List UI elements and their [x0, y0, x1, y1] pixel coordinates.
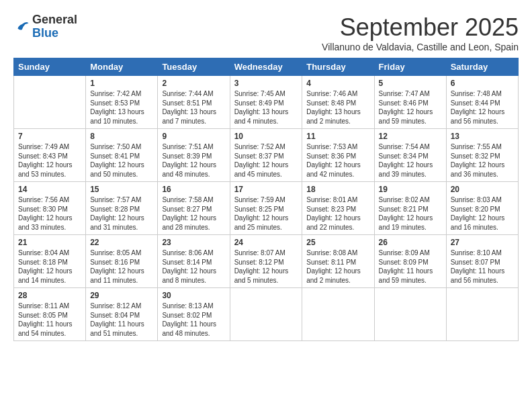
logo-bird-icon	[13, 19, 30, 35]
day-number: 4	[306, 79, 369, 88]
calendar-cell: 29Sunrise: 8:12 AMSunset: 8:04 PMDayligh…	[86, 288, 158, 341]
month-title: September 2025	[322, 13, 519, 42]
day-info: Sunrise: 8:07 AMSunset: 8:12 PMDaylight:…	[234, 248, 298, 285]
day-number: 30	[162, 291, 225, 300]
calendar-cell	[230, 288, 302, 341]
day-number: 26	[379, 238, 442, 247]
calendar-cell: 23Sunrise: 8:06 AMSunset: 8:14 PMDayligh…	[158, 235, 230, 288]
calendar-cell: 8Sunrise: 7:50 AMSunset: 8:41 PMDaylight…	[86, 129, 158, 182]
calendar-cell: 6Sunrise: 7:48 AMSunset: 8:44 PMDaylight…	[446, 76, 518, 129]
calendar-cell: 17Sunrise: 7:59 AMSunset: 8:25 PMDayligh…	[230, 182, 302, 235]
day-info: Sunrise: 7:59 AMSunset: 8:25 PMDaylight:…	[234, 195, 298, 232]
day-info: Sunrise: 8:13 AMSunset: 8:02 PMDaylight:…	[162, 302, 225, 338]
calendar-cell: 25Sunrise: 8:08 AMSunset: 8:11 PMDayligh…	[302, 235, 374, 288]
day-info: Sunrise: 8:10 AMSunset: 8:07 PMDaylight:…	[451, 248, 514, 285]
calendar-cell: 11Sunrise: 7:53 AMSunset: 8:36 PMDayligh…	[302, 129, 374, 182]
calendar-cell: 4Sunrise: 7:46 AMSunset: 8:48 PMDaylight…	[302, 76, 374, 129]
calendar-cell: 10Sunrise: 7:52 AMSunset: 8:37 PMDayligh…	[230, 129, 302, 182]
day-number: 11	[306, 132, 369, 141]
day-info: Sunrise: 7:51 AMSunset: 8:39 PMDaylight:…	[162, 142, 225, 179]
header: General Blue September 2025 Villanuno de…	[13, 13, 519, 52]
day-number: 13	[451, 132, 514, 141]
calendar-cell: 13Sunrise: 7:55 AMSunset: 8:32 PMDayligh…	[446, 129, 518, 182]
day-number: 28	[18, 291, 81, 300]
calendar-cell: 12Sunrise: 7:54 AMSunset: 8:34 PMDayligh…	[374, 129, 446, 182]
day-info: Sunrise: 8:03 AMSunset: 8:20 PMDaylight:…	[451, 195, 514, 232]
weekday-header-saturday: Saturday	[446, 58, 518, 76]
weekday-header-friday: Friday	[374, 58, 446, 76]
calendar-cell	[374, 288, 446, 341]
subtitle: Villanuno de Valdavia, Castille and Leon…	[322, 42, 519, 52]
week-row-5: 28Sunrise: 8:11 AMSunset: 8:05 PMDayligh…	[14, 288, 519, 341]
calendar-cell: 21Sunrise: 8:04 AMSunset: 8:18 PMDayligh…	[14, 235, 86, 288]
calendar-cell: 14Sunrise: 7:56 AMSunset: 8:30 PMDayligh…	[14, 182, 86, 235]
day-info: Sunrise: 7:50 AMSunset: 8:41 PMDaylight:…	[90, 142, 153, 179]
calendar-cell: 24Sunrise: 8:07 AMSunset: 8:12 PMDayligh…	[230, 235, 302, 288]
calendar-cell: 22Sunrise: 8:05 AMSunset: 8:16 PMDayligh…	[86, 235, 158, 288]
week-row-2: 7Sunrise: 7:49 AMSunset: 8:43 PMDaylight…	[14, 129, 519, 182]
calendar-cell: 27Sunrise: 8:10 AMSunset: 8:07 PMDayligh…	[446, 235, 518, 288]
day-number: 21	[18, 238, 81, 247]
day-number: 18	[306, 185, 369, 194]
day-info: Sunrise: 8:02 AMSunset: 8:21 PMDaylight:…	[379, 195, 442, 232]
day-number: 14	[18, 185, 81, 194]
calendar-cell: 28Sunrise: 8:11 AMSunset: 8:05 PMDayligh…	[14, 288, 86, 341]
logo-text: General Blue	[32, 13, 77, 40]
calendar-cell: 15Sunrise: 7:57 AMSunset: 8:28 PMDayligh…	[86, 182, 158, 235]
calendar-cell: 20Sunrise: 8:03 AMSunset: 8:20 PMDayligh…	[446, 182, 518, 235]
day-info: Sunrise: 7:47 AMSunset: 8:46 PMDaylight:…	[379, 89, 442, 126]
day-number: 17	[234, 185, 298, 194]
day-info: Sunrise: 8:04 AMSunset: 8:18 PMDaylight:…	[18, 248, 81, 285]
day-number: 6	[451, 79, 514, 88]
day-number: 29	[90, 291, 153, 300]
day-number: 20	[451, 185, 514, 194]
day-info: Sunrise: 7:53 AMSunset: 8:36 PMDaylight:…	[306, 142, 369, 179]
day-number: 22	[90, 238, 153, 247]
weekday-header-sunday: Sunday	[14, 58, 86, 76]
day-info: Sunrise: 8:01 AMSunset: 8:23 PMDaylight:…	[306, 195, 369, 232]
day-info: Sunrise: 7:55 AMSunset: 8:32 PMDaylight:…	[451, 142, 514, 179]
day-info: Sunrise: 7:44 AMSunset: 8:51 PMDaylight:…	[162, 89, 225, 126]
week-row-4: 21Sunrise: 8:04 AMSunset: 8:18 PMDayligh…	[14, 235, 519, 288]
weekday-header-thursday: Thursday	[302, 58, 374, 76]
day-number: 15	[90, 185, 153, 194]
day-number: 8	[90, 132, 153, 141]
day-info: Sunrise: 7:49 AMSunset: 8:43 PMDaylight:…	[18, 142, 81, 179]
week-row-1: 1Sunrise: 7:42 AMSunset: 8:53 PMDaylight…	[14, 76, 519, 129]
day-info: Sunrise: 8:08 AMSunset: 8:11 PMDaylight:…	[306, 248, 369, 285]
day-info: Sunrise: 8:06 AMSunset: 8:14 PMDaylight:…	[162, 248, 225, 285]
calendar-cell: 3Sunrise: 7:45 AMSunset: 8:49 PMDaylight…	[230, 76, 302, 129]
day-number: 10	[234, 132, 298, 141]
weekday-header-row: SundayMondayTuesdayWednesdayThursdayFrid…	[14, 58, 519, 76]
day-info: Sunrise: 7:45 AMSunset: 8:49 PMDaylight:…	[234, 89, 298, 126]
day-info: Sunrise: 7:54 AMSunset: 8:34 PMDaylight:…	[379, 142, 442, 179]
day-info: Sunrise: 8:12 AMSunset: 8:04 PMDaylight:…	[90, 302, 153, 338]
weekday-header-tuesday: Tuesday	[158, 58, 230, 76]
day-info: Sunrise: 7:52 AMSunset: 8:37 PMDaylight:…	[234, 142, 298, 179]
calendar-cell: 19Sunrise: 8:02 AMSunset: 8:21 PMDayligh…	[374, 182, 446, 235]
calendar-cell: 16Sunrise: 7:58 AMSunset: 8:27 PMDayligh…	[158, 182, 230, 235]
day-number: 27	[451, 238, 514, 247]
calendar-cell: 9Sunrise: 7:51 AMSunset: 8:39 PMDaylight…	[158, 129, 230, 182]
calendar-cell	[446, 288, 518, 341]
day-info: Sunrise: 7:58 AMSunset: 8:27 PMDaylight:…	[162, 195, 225, 232]
week-row-3: 14Sunrise: 7:56 AMSunset: 8:30 PMDayligh…	[14, 182, 519, 235]
calendar-cell: 1Sunrise: 7:42 AMSunset: 8:53 PMDaylight…	[86, 76, 158, 129]
day-info: Sunrise: 7:42 AMSunset: 8:53 PMDaylight:…	[90, 89, 153, 126]
calendar-cell: 30Sunrise: 8:13 AMSunset: 8:02 PMDayligh…	[158, 288, 230, 341]
calendar-cell	[302, 288, 374, 341]
day-info: Sunrise: 7:48 AMSunset: 8:44 PMDaylight:…	[451, 89, 514, 126]
day-number: 5	[379, 79, 442, 88]
day-number: 1	[90, 79, 153, 88]
calendar-cell: 18Sunrise: 8:01 AMSunset: 8:23 PMDayligh…	[302, 182, 374, 235]
weekday-header-monday: Monday	[86, 58, 158, 76]
day-info: Sunrise: 7:57 AMSunset: 8:28 PMDaylight:…	[90, 195, 153, 232]
day-info: Sunrise: 7:46 AMSunset: 8:48 PMDaylight:…	[306, 89, 369, 126]
day-number: 9	[162, 132, 225, 141]
day-number: 3	[234, 79, 298, 88]
day-number: 7	[18, 132, 81, 141]
calendar-cell: 7Sunrise: 7:49 AMSunset: 8:43 PMDaylight…	[14, 129, 86, 182]
logo: General Blue	[13, 13, 77, 40]
day-number: 2	[162, 79, 225, 88]
calendar-cell: 26Sunrise: 8:09 AMSunset: 8:09 PMDayligh…	[374, 235, 446, 288]
